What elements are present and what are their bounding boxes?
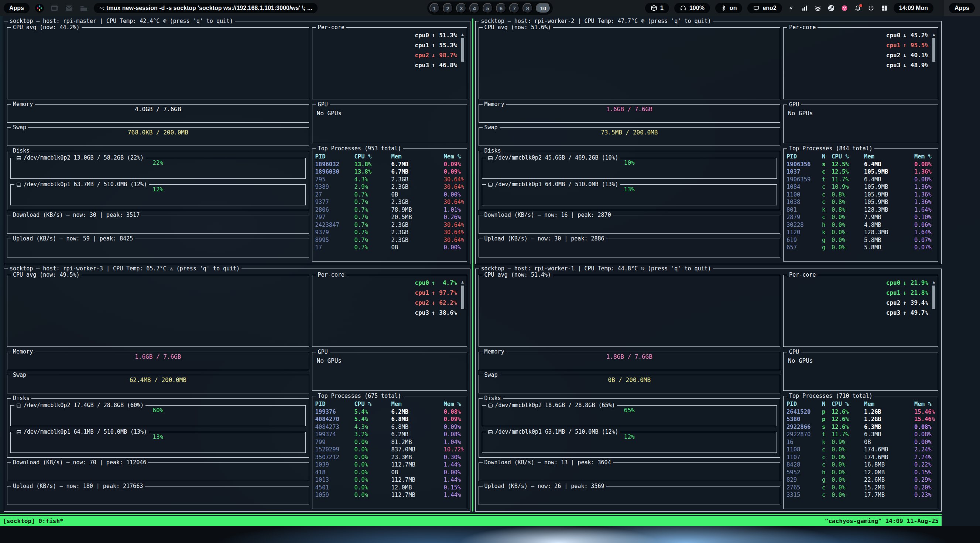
chat-app-icon[interactable]: [840, 4, 848, 12]
socktop-pane[interactable]: socktop — host: rpi-worker-2 | CPU Temp:…: [475, 19, 942, 264]
process-pid: 1037: [786, 168, 822, 176]
volume-pill[interactable]: 100%: [674, 3, 710, 13]
bluetooth-pill[interactable]: on: [715, 3, 743, 13]
process-pid: 2641520: [786, 408, 822, 416]
apps-button-right[interactable]: Apps: [949, 3, 975, 13]
tmux-session-window[interactable]: [socktop] 0:fish*: [3, 518, 64, 524]
workspace-10[interactable]: 10: [536, 3, 550, 13]
notification-dot: [859, 4, 862, 7]
pane-left-column: CPU avg (now: 51.4%) Memory 1.8GB / 7.6G…: [479, 272, 781, 509]
bell-icon[interactable]: [854, 4, 862, 12]
scroll-up-icon[interactable]: ▲: [461, 32, 464, 37]
process-pid: 3315: [786, 491, 822, 499]
download-section: Download (KB/s) — now: 30 | peak: 3517: [7, 212, 309, 234]
core-label: cpu3↑38.6%: [415, 309, 457, 319]
process-name-initial: c: [822, 484, 832, 492]
per-core-section: Per-core cpu0↑4.7%cpu1↑97.7%cpu2↓62.2%cp…: [312, 272, 467, 347]
process-cpu: 0.9%: [832, 438, 864, 446]
scroll-up-icon[interactable]: ▲: [933, 280, 935, 284]
scroll-up-icon[interactable]: ▲: [933, 32, 935, 37]
scrollbar[interactable]: ▲: [460, 280, 465, 318]
process-name-initial: c: [822, 461, 832, 469]
window-icon[interactable]: [49, 3, 59, 13]
steam-icon[interactable]: [827, 4, 835, 12]
scrollbar[interactable]: ▲: [932, 32, 936, 71]
scrollbar-thumb[interactable]: [461, 38, 464, 62]
tiling-icon[interactable]: [880, 4, 888, 12]
process-cpu: 0.7%: [355, 198, 391, 206]
upload-chart: [482, 490, 777, 490]
mail-icon[interactable]: [64, 3, 74, 13]
disk-entry: /dev/mmcblk0p1 64.1MB / 510.0MB (13%)13%: [10, 429, 306, 453]
workspace-1[interactable]: 1: [430, 3, 440, 13]
process-mem: 105.9MB: [864, 168, 914, 176]
swap-section: Swap 0B / 200.0MB: [479, 373, 781, 393]
core-name: cpu0: [415, 32, 429, 39]
workspace-5[interactable]: 5: [483, 3, 493, 13]
workspace-8[interactable]: 8: [522, 3, 533, 13]
power-profile-icon[interactable]: [787, 4, 795, 12]
process-mem-percent: 1.04%: [444, 438, 464, 446]
socktop-pane[interactable]: socktop — host: rpi-worker-1 | CPU Temp:…: [475, 266, 942, 511]
workspace-6[interactable]: 6: [496, 3, 506, 13]
workspace-4[interactable]: 4: [469, 3, 480, 13]
workspace-indicator-pill[interactable]: 1: [645, 3, 669, 13]
column-header: N: [822, 153, 832, 161]
process-mem-percent: 1.36%: [914, 191, 935, 199]
scrollbar[interactable]: ▲: [932, 280, 936, 318]
window-title[interactable]: ~: tmux new-session -d -s socktop 'sockt…: [94, 3, 318, 13]
pane-right-column: Per-core cpu0↑4.7%cpu1↑97.7%cpu2↓62.2%cp…: [312, 272, 467, 509]
process-mem: 112.7MB: [391, 476, 444, 484]
scrollbar-thumb[interactable]: [932, 285, 935, 309]
process-mem: 17.7MB: [864, 491, 914, 499]
workspace-2[interactable]: 2: [443, 3, 453, 13]
pane-right-column: Per-core cpu0↓45.2%cpu1↑95.5%cpu2↓40.1%c…: [783, 25, 938, 261]
network-pill[interactable]: eno2: [748, 3, 782, 13]
scrollbar-thumb[interactable]: [932, 38, 935, 62]
column-header: CPU %: [355, 153, 391, 161]
process-cpu: 0.0%: [832, 446, 864, 454]
process-row: 93892.9%2.3GB30.64%: [315, 183, 464, 191]
bluetooth-state: on: [730, 5, 737, 11]
core-row: cpu0↓45.2%: [786, 32, 928, 42]
process-mem-percent: 30.64%: [444, 229, 464, 236]
memory-label: Memory: [483, 102, 506, 107]
process-name-initial: c: [822, 168, 832, 176]
apps-button[interactable]: Apps: [4, 3, 30, 13]
process-pid: 2922870: [786, 431, 822, 438]
socktop-pane[interactable]: socktop — host: rpi-worker-3 | CPU Temp:…: [4, 266, 471, 511]
process-pid: 2765: [786, 484, 822, 492]
core-name: cpu1: [886, 42, 900, 49]
column-header: PID: [315, 400, 355, 408]
slack-icon[interactable]: [35, 3, 44, 13]
disk-entry: /dev/mmcblk0p2 13.0GB / 58.2GB (22%)22%: [10, 155, 306, 179]
process-mem-percent: 0.29%: [914, 476, 935, 484]
disk-entry-label: /dev/mmcblk0p1 64.0MB / 510.0MB (13%): [486, 182, 620, 187]
tmux-vertical-divider[interactable]: [472, 19, 473, 511]
process-mem-percent: 15.46%: [914, 416, 935, 423]
process-mem-percent: 0.08%: [444, 431, 464, 438]
core-row: cpu2↓98.7%: [315, 52, 457, 62]
process-name-initial: c: [822, 446, 832, 454]
clock-pill[interactable]: 14:09 Mon: [894, 3, 934, 13]
process-name-initial: t: [822, 176, 832, 183]
swap-section: Swap 768.0KB / 200.0MB: [7, 125, 309, 146]
scrollbar-thumb[interactable]: [461, 285, 464, 309]
process-table: PIDCPU %MemMem %1993765.4%6.2MB0.08%4084…: [315, 400, 464, 506]
process-row: 1107c0.0%174.6MB2.24%: [786, 454, 935, 461]
workspace-7[interactable]: 7: [509, 3, 520, 13]
process-name-initial: p: [822, 416, 832, 423]
scroll-up-icon[interactable]: ▲: [461, 280, 464, 284]
process-row: 3315c0.0%17.7MB0.23%: [786, 491, 935, 499]
layers-icon[interactable]: [814, 4, 822, 12]
process-mem-percent: 30.64%: [444, 221, 464, 229]
signal-icon[interactable]: [800, 4, 809, 12]
core-trend-arrow-icon: ↑: [903, 309, 907, 316]
folder-icon[interactable]: [79, 3, 89, 13]
scrollbar[interactable]: ▲: [460, 32, 465, 71]
socktop-pane[interactable]: socktop — host: rpi-master | CPU Temp: 4…: [4, 19, 471, 264]
power-icon[interactable]: [867, 4, 875, 12]
process-mem-percent: 0.10%: [914, 213, 935, 221]
workspace-3[interactable]: 3: [456, 3, 466, 13]
core-trend-arrow-icon: ↑: [432, 42, 435, 49]
